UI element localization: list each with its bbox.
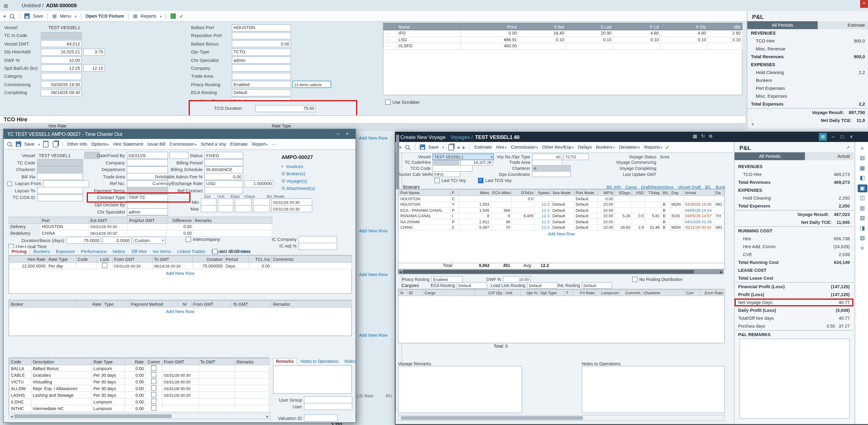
itinerary-scrollbar[interactable]: ◀ ▶ bbox=[398, 269, 724, 274]
field-input[interactable]: TEST VESSEL1 bbox=[41, 24, 82, 31]
toolbar-button[interactable]: Hire Statement bbox=[114, 141, 144, 147]
rail-icon[interactable]: « bbox=[857, 144, 867, 152]
toolbar-button[interactable]: Report ▾ bbox=[252, 141, 268, 147]
save-icon[interactable] bbox=[25, 13, 30, 19]
rail-icon[interactable]: ◫ bbox=[857, 194, 867, 202]
field-input[interactable]: 12.25 bbox=[41, 65, 82, 72]
checkbox-icon[interactable] bbox=[212, 249, 218, 254]
toolbar-button[interactable]: Reports ▾ bbox=[644, 144, 662, 150]
misc-charge-row[interactable]: ILOHCLumpsum 0.00 bbox=[9, 398, 269, 405]
bunker-row[interactable]: ··· VLSFO 450.00 bbox=[384, 43, 742, 49]
open-tco-fixture-button[interactable]: Open TCO Fixture bbox=[86, 13, 124, 19]
toolbar-button[interactable]: Deviation ▾ bbox=[619, 144, 640, 150]
side-link[interactable]: ▸ Invoices bbox=[281, 162, 315, 170]
bunker-row[interactable]: ··· LSG 686.91 0.10 0.10 0.10 0.10 0.10 bbox=[384, 36, 742, 43]
field-input[interactable]: TEST VESSEL1 bbox=[37, 152, 83, 159]
toolbar-button[interactable]: Sched a Voy bbox=[201, 141, 226, 147]
field-input[interactable]: 0.00 bbox=[232, 40, 291, 48]
tab[interactable]: Remarks bbox=[273, 358, 297, 365]
minimize-icon[interactable]: – bbox=[829, 133, 838, 141]
search-icon[interactable] bbox=[7, 141, 13, 147]
checkbox-icon[interactable] bbox=[434, 178, 440, 183]
field-input[interactable]: 64,012 bbox=[41, 40, 82, 48]
toolbar-button[interactable]: Estimate bbox=[230, 141, 248, 147]
comm-checkbox[interactable] bbox=[151, 399, 156, 404]
field-input[interactable]: 03/30/26 19:30 bbox=[41, 81, 82, 88]
use-scrubber-checkbox[interactable]: Use Scrubber bbox=[385, 99, 420, 105]
field-input[interactable]: A bbox=[532, 165, 571, 172]
piracy-routing-input[interactable]: Enabled bbox=[431, 276, 463, 282]
misc-charge-row[interactable]: LASHSLashing and StowagePer 30 days 0.00… bbox=[9, 392, 269, 398]
tab-all-periods[interactable]: All Periods bbox=[747, 21, 818, 29]
field-input[interactable] bbox=[41, 32, 82, 39]
remarks-textarea[interactable] bbox=[273, 365, 352, 394]
itinerary-row[interactable]: HOUSTONY 1,553 12.3 DefaultDefault 10.00… bbox=[399, 202, 724, 207]
field-input[interactable] bbox=[37, 173, 83, 180]
bunker-row[interactable]: ··· IFO 0.00 18.40 20.90 4.80 4.80 2.60 bbox=[384, 30, 742, 36]
dur-input[interactable] bbox=[201, 205, 217, 212]
rail-icon[interactable]: ▤ bbox=[857, 154, 867, 162]
field-input[interactable] bbox=[532, 171, 571, 178]
add-new-row-link[interactable]: Add New Row bbox=[359, 228, 388, 234]
misc-charge-row[interactable]: INTHCIntermediate HCLumpsum 0.00 bbox=[9, 405, 269, 412]
pl-remarks-box[interactable] bbox=[739, 338, 850, 419]
field-input[interactable] bbox=[532, 159, 562, 165]
rail-icon[interactable]: ≡ bbox=[857, 244, 867, 252]
field-value[interactable] bbox=[658, 165, 722, 172]
ic-adj-input[interactable] bbox=[299, 242, 337, 250]
toolbar-button[interactable]: Options ▾ bbox=[91, 141, 109, 147]
field-input[interactable]: Enabled bbox=[232, 81, 291, 88]
delete-icon[interactable] bbox=[43, 141, 48, 147]
load-line-routing-input[interactable]: Default bbox=[527, 282, 557, 289]
tab[interactable]: Roles bbox=[342, 359, 358, 364]
checkbox-icon[interactable] bbox=[632, 277, 638, 282]
field-input-2[interactable]: 13 items selecte bbox=[292, 81, 331, 88]
delivery-row[interactable]: Delivery HOUSTON 03/31/26 00:30 0.00 bbox=[9, 223, 272, 230]
field-input[interactable] bbox=[232, 65, 291, 72]
checkbox-icon[interactable] bbox=[385, 99, 391, 105]
plus-days-input[interactable] bbox=[253, 205, 270, 212]
pin-icon[interactable]: ⊞ bbox=[819, 133, 827, 141]
unit-input[interactable] bbox=[218, 205, 234, 212]
field-input[interactable]: admin bbox=[127, 208, 168, 215]
valuation-id-input[interactable] bbox=[304, 414, 338, 422]
unit-input[interactable] bbox=[218, 199, 234, 206]
toolbar-button[interactable]: Commission ▾ bbox=[511, 144, 538, 150]
notes-to-operations-textarea[interactable] bbox=[582, 366, 725, 413]
scrollbar-thumb[interactable] bbox=[14, 414, 172, 418]
rail-icon[interactable]: ▨ bbox=[857, 234, 867, 242]
save-icon[interactable] bbox=[16, 141, 21, 147]
field-input[interactable]: 16,525.21 bbox=[41, 48, 82, 56]
plus-days-input[interactable] bbox=[253, 199, 270, 206]
tab[interactable]: Pricing bbox=[8, 247, 30, 255]
side-link[interactable]: ▤ Voyage(s) bbox=[281, 177, 315, 184]
field-input[interactable]: Default bbox=[232, 89, 291, 96]
user-group-input[interactable] bbox=[304, 396, 352, 403]
add-all-off-hires-checkbox[interactable]: Add All Off Hires bbox=[212, 249, 250, 254]
toolbar-button[interactable]: Estimate bbox=[474, 144, 492, 150]
tab[interactable]: Performance bbox=[79, 248, 109, 255]
add-new-row-link[interactable]: Add New Row bbox=[9, 269, 351, 277]
scroll-right-icon[interactable]: ▶ bbox=[719, 270, 724, 274]
field-input[interactable] bbox=[37, 159, 83, 166]
field-input-2[interactable]: 12.15 bbox=[83, 65, 105, 72]
field-input[interactable] bbox=[37, 166, 83, 173]
add-new-row-link[interactable]: Add New Row bbox=[359, 135, 388, 141]
dur-input[interactable] bbox=[201, 199, 217, 206]
copy-icon[interactable] bbox=[53, 141, 58, 147]
rail-icon[interactable]: ▧ bbox=[857, 214, 867, 222]
app-menu-icon[interactable]: ▦ bbox=[4, 3, 8, 8]
tab[interactable]: Exposure bbox=[53, 248, 77, 255]
comm-checkbox[interactable] bbox=[151, 365, 156, 371]
add-new-row-link[interactable]: Add New Row bbox=[359, 272, 388, 277]
scrollbar-thumb[interactable] bbox=[396, 135, 399, 189]
minus-days-input[interactable] bbox=[235, 199, 252, 206]
scroll-left-icon[interactable]: ◀ bbox=[9, 414, 14, 418]
misc-charge-row[interactable]: VICTUVictuallingPer 30 days 0.00 03/31/2… bbox=[9, 378, 269, 385]
field-input[interactable]: 40 bbox=[532, 153, 562, 160]
field-input[interactable]: HOUSTON bbox=[232, 24, 291, 31]
itinerary-row[interactable]: ECA - PANAMA CANALP 1,545364 12.3 Defaul… bbox=[399, 207, 724, 213]
field-value[interactable]: Schd bbox=[658, 153, 722, 160]
field-input[interactable] bbox=[43, 180, 89, 187]
save-button[interactable]: Save bbox=[24, 141, 35, 147]
